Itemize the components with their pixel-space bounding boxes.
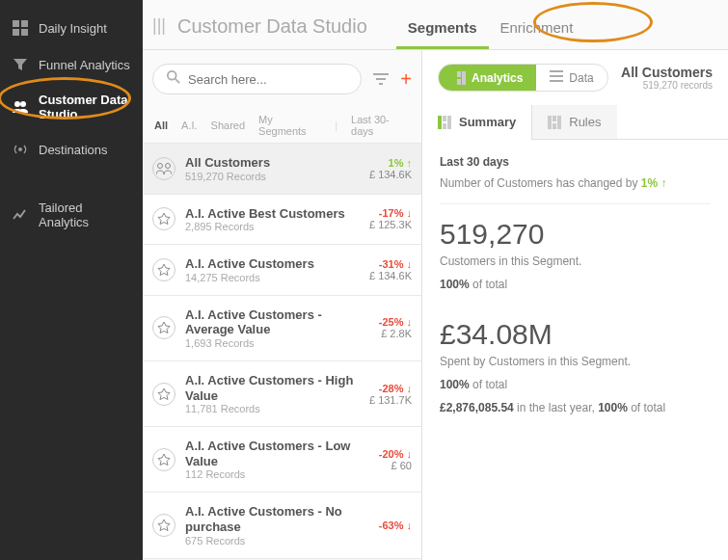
svg-rect-21 xyxy=(438,116,442,129)
segment-icon xyxy=(152,448,175,471)
svg-point-7 xyxy=(168,71,176,80)
segment-pct: -28% ↓ xyxy=(369,383,412,394)
segment-records: 14,275 Records xyxy=(185,272,360,283)
tab-segments[interactable]: Segments xyxy=(396,6,489,49)
filter-last-30-days[interactable]: Last 30-days xyxy=(351,114,410,137)
segment-records: 1,693 Records xyxy=(185,337,369,349)
segment-records: 519,270 Records xyxy=(185,171,360,182)
svg-rect-14 xyxy=(452,71,456,85)
segment-row[interactable]: A.I. Active Customers - High Value11,781… xyxy=(143,361,421,427)
customer-count: 519,270 xyxy=(440,218,711,251)
sidebar-item-label: Tailored Analytics xyxy=(39,200,131,229)
segment-row[interactable]: A.I. Active Customers14,275 Records-31% … xyxy=(143,245,421,296)
segment-icon xyxy=(152,383,175,406)
last-year-text: £2,876,085.54 in the last year, 100% of … xyxy=(440,401,711,414)
filter-ai[interactable]: A.I. xyxy=(181,120,198,131)
segment-icon xyxy=(152,258,175,281)
chart-line-icon xyxy=(12,206,29,224)
segment-records: 675 Records xyxy=(185,535,369,547)
svg-point-4 xyxy=(14,101,20,107)
segment-gbp: £ 125.3K xyxy=(369,219,412,230)
segment-pct: -63% ↓ xyxy=(379,520,412,531)
sidebar-item-destinations[interactable]: Destinations xyxy=(0,131,143,168)
segment-name: A.I. Active Customers xyxy=(185,256,360,272)
segment-name: A.I. Active Customers - Low Value xyxy=(185,439,369,468)
view-toggle: Analytics Data xyxy=(438,64,608,92)
detail-column: Analytics Data All Customers 519,270 rec… xyxy=(422,50,728,560)
list-icon xyxy=(550,70,563,85)
segment-name: All Customers xyxy=(185,155,360,171)
segment-row[interactable]: A.I. Active Customers - No purchase675 R… xyxy=(143,493,421,558)
analytics-button[interactable]: Analytics xyxy=(439,65,536,91)
segment-row[interactable]: A.I. Active Customers - Average Value1,6… xyxy=(143,296,421,361)
svg-rect-25 xyxy=(548,116,552,129)
svg-rect-2 xyxy=(13,29,19,36)
sidebar: Daily Insight Funnel Analytics Customer … xyxy=(0,0,143,560)
segment-icon xyxy=(152,514,175,537)
segment-gbp: £ 2.8K xyxy=(379,328,412,339)
svg-line-8 xyxy=(175,79,179,83)
svg-rect-1 xyxy=(21,20,28,27)
svg-rect-23 xyxy=(443,123,446,129)
grid-icon xyxy=(12,19,29,37)
customer-count-sub: Customers in this Segment. xyxy=(440,254,711,268)
change-text: Number of Customers has changed by 1% ↑ xyxy=(440,176,711,190)
sidebar-item-daily-insight[interactable]: Daily Insight xyxy=(0,10,143,46)
segment-row[interactable]: A.I. Active Customers - Low Value112 Rec… xyxy=(143,427,421,493)
segment-gbp: £ 131.7K xyxy=(369,394,412,406)
search-input[interactable] xyxy=(188,72,347,87)
broadcast-icon xyxy=(12,141,29,158)
tab-rules[interactable]: Rules xyxy=(532,105,616,139)
segment-gbp: £ 60 xyxy=(379,460,412,471)
segment-records: 112 Records xyxy=(185,468,369,480)
svg-rect-26 xyxy=(553,116,556,121)
sidebar-item-label: Funnel Analytics xyxy=(39,58,130,72)
menu-icon[interactable]: ||| xyxy=(152,15,166,36)
sidebar-item-label: Daily Insight xyxy=(39,21,107,36)
filter-shared[interactable]: Shared xyxy=(211,120,245,131)
main-content: ||| Customer Data Studio Segments Enrich… xyxy=(143,0,728,560)
summary-panel: Last 30 days Number of Customers has cha… xyxy=(422,140,728,560)
segment-icon xyxy=(152,157,175,180)
tab-enrichment[interactable]: Enrichment xyxy=(489,6,585,49)
svg-point-13 xyxy=(166,163,171,168)
filter-all[interactable]: All xyxy=(154,120,168,131)
svg-rect-16 xyxy=(457,79,461,85)
svg-rect-15 xyxy=(457,71,461,77)
sidebar-item-tailored-analytics[interactable]: Tailored Analytics xyxy=(0,191,143,239)
sidebar-item-label: Customer Data Studio xyxy=(39,93,131,121)
rules-icon xyxy=(548,116,561,129)
add-button[interactable]: + xyxy=(400,68,412,91)
segment-list[interactable]: All Customers519,270 Records1% ↑£ 134.6K… xyxy=(143,143,421,560)
segment-row[interactable]: All Customers519,270 Records1% ↑£ 134.6K xyxy=(143,144,421,195)
summary-icon xyxy=(438,116,451,129)
svg-rect-22 xyxy=(443,116,446,121)
segment-gbp: £ 134.6K xyxy=(369,169,412,180)
svg-rect-17 xyxy=(462,71,466,85)
segment-name: A.I. Active Customers - High Value xyxy=(185,373,360,403)
segment-name: A.I. Active Customers - No purchase xyxy=(185,504,369,534)
segment-records: 11,781 Records xyxy=(185,403,360,414)
sidebar-item-customer-data-studio[interactable]: Customer Data Studio xyxy=(0,83,143,131)
tab-summary[interactable]: Summary xyxy=(422,105,532,139)
sidebar-item-funnel-analytics[interactable]: Funnel Analytics xyxy=(0,46,143,83)
spent-sub: Spent by Customers in this Segment. xyxy=(440,355,711,368)
data-button[interactable]: Data xyxy=(536,65,607,91)
segment-header: All Customers 519,270 records xyxy=(621,65,713,91)
segment-pct: 1% ↑ xyxy=(369,157,412,169)
svg-rect-0 xyxy=(13,20,19,27)
filter-icon[interactable] xyxy=(369,67,392,91)
sidebar-item-label: Destinations xyxy=(39,143,108,157)
filter-my-segments[interactable]: My Segments xyxy=(258,114,321,137)
spent-amount: £34.08M xyxy=(440,318,711,351)
last-30-days-label: Last 30 days xyxy=(440,155,711,169)
segment-pct: -20% ↓ xyxy=(379,448,412,460)
search-box[interactable] xyxy=(152,64,362,94)
svg-rect-24 xyxy=(447,116,451,129)
segment-gbp: £ 134.6K xyxy=(369,270,412,281)
page-title: Customer Data Studio xyxy=(177,15,367,38)
svg-point-12 xyxy=(158,163,163,168)
segment-name: A.I. Active Customers - Average Value xyxy=(185,307,369,337)
segment-name: A.I. Active Best Customers xyxy=(185,206,360,222)
segment-row[interactable]: A.I. Active Best Customers2,895 Records-… xyxy=(143,195,421,246)
